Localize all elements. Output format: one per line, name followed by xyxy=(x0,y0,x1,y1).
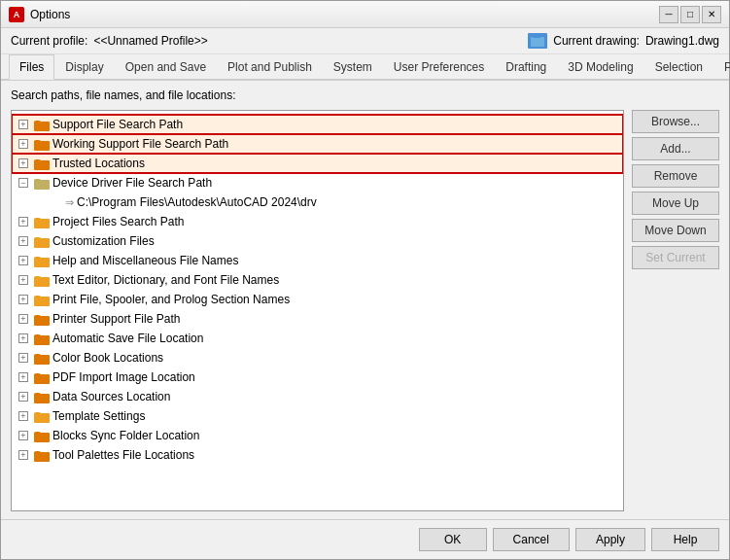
ok-button[interactable]: OK xyxy=(419,528,487,551)
tree-item-text-editor-names[interactable]: + Text Editor, Dictionary, and Font File… xyxy=(12,270,623,290)
svg-rect-0 xyxy=(531,37,544,47)
folder-icon xyxy=(34,371,50,384)
expand-icon[interactable]: − xyxy=(16,175,31,191)
item-label: Trusted Locations xyxy=(52,157,145,170)
expand-icon[interactable]: + xyxy=(16,272,31,288)
apply-button[interactable]: Apply xyxy=(575,528,645,551)
folder-icon xyxy=(34,235,50,248)
folder-icon xyxy=(34,294,50,306)
tree-item-customization-files[interactable]: + Customization Files xyxy=(12,231,623,251)
tree-item-trusted-locations[interactable]: + Trusted Locations xyxy=(12,154,623,173)
expand-icon[interactable]: + xyxy=(16,331,31,346)
options-dialog: A Options ─ □ ✕ Current profile: <<Unnam… xyxy=(0,0,730,560)
expand-icon[interactable]: + xyxy=(16,408,31,424)
expand-icon[interactable]: + xyxy=(16,389,31,404)
tree-panel[interactable]: + Support File Search Path + Working Sup… xyxy=(11,110,624,511)
item-label: Customization Files xyxy=(52,234,155,248)
expand-icon[interactable]: + xyxy=(16,214,31,229)
folder-icon xyxy=(34,274,50,287)
folder-icon xyxy=(34,119,50,131)
expand-icon[interactable]: + xyxy=(16,350,31,366)
tree-item-working-support-path[interactable]: + Working Support File Search Path xyxy=(12,134,623,154)
set-current-button[interactable]: Set Current xyxy=(632,246,719,269)
side-buttons: Browse... Add... Remove Move Up Move Dow… xyxy=(632,110,719,511)
expand-icon[interactable]: + xyxy=(16,369,31,385)
expand-icon[interactable]: + xyxy=(16,253,31,268)
folder-icon xyxy=(34,391,50,403)
item-label: Tool Palettes File Locations xyxy=(52,448,194,462)
tab-plot-publish[interactable]: Plot and Publish xyxy=(217,54,323,80)
bottom-bar: OK Cancel Apply Help xyxy=(1,519,729,559)
tree-item-device-driver-path[interactable]: − Device Driver File Search Path xyxy=(12,173,623,192)
tab-open-save[interactable]: Open and Save xyxy=(115,54,217,80)
item-label: Data Sources Location xyxy=(52,390,170,403)
title-bar: A Options ─ □ ✕ xyxy=(1,1,729,28)
expand-icon[interactable]: + xyxy=(16,233,31,249)
cancel-button[interactable]: Cancel xyxy=(493,528,570,551)
folder-icon xyxy=(34,410,50,423)
item-label: Text Editor, Dictionary, and Font File N… xyxy=(52,273,279,287)
tree-item-pdf-import-location[interactable]: + PDF Import Image Location xyxy=(12,368,623,387)
folder-icon xyxy=(34,332,50,345)
tree-item-tool-palettes-locations[interactable]: + Tool Palettes File Locations xyxy=(12,445,623,465)
tree-item-printer-support-path[interactable]: + Printer Support File Path xyxy=(12,309,623,329)
expand-icon[interactable]: + xyxy=(16,428,31,443)
add-button[interactable]: Add... xyxy=(632,137,719,160)
move-down-button[interactable]: Move Down xyxy=(632,219,719,242)
item-label: Printer Support File Path xyxy=(52,312,180,326)
tree-item-print-file-names[interactable]: + Print File, Spooler, and Prolog Sectio… xyxy=(12,290,623,309)
help-button[interactable]: Help xyxy=(651,528,719,551)
item-label: Print File, Spooler, and Prolog Section … xyxy=(52,293,290,306)
folder-icon xyxy=(34,216,50,228)
expand-icon[interactable]: + xyxy=(16,292,31,307)
current-profile-label: Current profile: xyxy=(11,34,87,48)
item-label: Device Driver File Search Path xyxy=(52,176,212,190)
tab-files[interactable]: Files xyxy=(9,54,54,80)
current-drawing-label: Current drawing: xyxy=(553,34,640,48)
minimize-button[interactable]: ─ xyxy=(659,6,678,23)
tree-item-blocks-sync-folder[interactable]: + Blocks Sync Folder Location xyxy=(12,426,623,445)
folder-icon xyxy=(34,138,50,151)
app-icon: A xyxy=(9,7,24,22)
tab-3d-modeling[interactable]: 3D Modeling xyxy=(557,54,643,80)
tab-system[interactable]: System xyxy=(323,54,383,80)
folder-icon xyxy=(34,158,50,170)
item-label: Blocks Sync Folder Location xyxy=(52,429,199,442)
expand-icon[interactable]: + xyxy=(16,136,31,152)
remove-button[interactable]: Remove xyxy=(632,164,719,188)
arrow-icon: ⇒ xyxy=(65,196,74,209)
tree-item-project-files-path[interactable]: + Project Files Search Path xyxy=(12,212,623,231)
tree-item-support-search-path[interactable]: + Support File Search Path xyxy=(12,115,623,134)
item-label: Color Book Locations xyxy=(52,351,163,365)
tree-item-auto-save-location[interactable]: + Automatic Save File Location xyxy=(12,329,623,348)
folder-icon xyxy=(34,352,50,365)
tree-item-device-driver-value[interactable]: ⇒ C:\Program Files\Autodesk\AutoCAD 2024… xyxy=(12,192,623,212)
maximize-button[interactable]: □ xyxy=(680,6,700,23)
expand-icon[interactable]: + xyxy=(16,117,31,132)
tab-user-prefs[interactable]: User Preferences xyxy=(383,54,495,80)
window-title: Options xyxy=(30,8,70,21)
folder-icon xyxy=(34,313,50,326)
tab-profiles[interactable]: Profiles xyxy=(713,54,730,80)
item-label: C:\Program Files\Autodesk\AutoCAD 2024\d… xyxy=(77,195,317,209)
tree-item-help-misc-names[interactable]: + Help and Miscellaneous File Names xyxy=(12,251,623,270)
item-label: Help and Miscellaneous File Names xyxy=(52,254,238,267)
item-label: Support File Search Path xyxy=(52,118,183,131)
item-label: PDF Import Image Location xyxy=(52,370,195,384)
section-label: Search paths, file names, and file locat… xyxy=(11,88,719,102)
tab-drafting[interactable]: Drafting xyxy=(495,54,557,80)
content-area: Search paths, file names, and file locat… xyxy=(1,81,729,519)
move-up-button[interactable]: Move Up xyxy=(632,192,719,215)
tab-display[interactable]: Display xyxy=(54,54,114,80)
browse-button[interactable]: Browse... xyxy=(632,110,719,133)
tree-item-color-book-locations[interactable]: + Color Book Locations xyxy=(12,348,623,368)
tree-item-template-settings[interactable]: + Template Settings xyxy=(12,406,623,426)
expand-icon[interactable]: + xyxy=(16,311,31,327)
close-button[interactable]: ✕ xyxy=(702,6,721,23)
tab-selection[interactable]: Selection xyxy=(644,54,713,80)
folder-icon xyxy=(34,177,50,190)
tree-item-data-sources-location[interactable]: + Data Sources Location xyxy=(12,387,623,406)
item-label: Working Support File Search Path xyxy=(52,137,228,151)
expand-icon[interactable]: + xyxy=(16,156,31,171)
expand-icon[interactable]: + xyxy=(16,447,31,463)
